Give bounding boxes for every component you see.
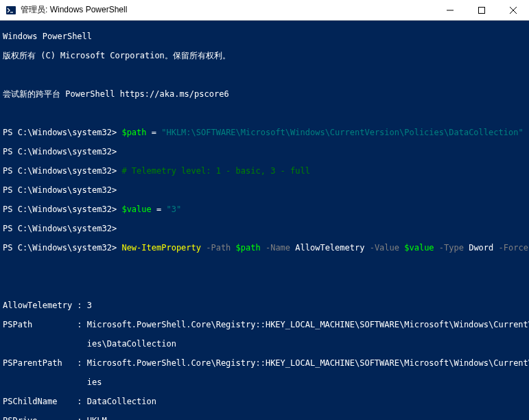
close-button[interactable] (497, 0, 529, 21)
minimize-button[interactable] (434, 0, 466, 21)
output-line: PSParentPath : Microsoft.PowerShell.Core… (3, 358, 526, 368)
svg-rect-0 (6, 6, 16, 14)
command-line-1: PS C:\Windows\system32> $path = "HKLM:\S… (3, 128, 526, 137)
powershell-icon (5, 5, 16, 16)
output-line: ies\DataCollection (3, 339, 526, 349)
window-title: 管理员: Windows PowerShell (21, 4, 434, 16)
copyright-line: 版权所有 (C) Microsoft Corporation。保留所有权利。 (3, 51, 526, 60)
svg-rect-2 (479, 7, 485, 13)
maximize-button[interactable] (466, 0, 497, 21)
command-line-4: PS C:\Windows\system32> New-ItemProperty… (3, 243, 526, 253)
command-line-2: PS C:\Windows\system32> # Telemetry leve… (3, 166, 526, 176)
terminal-content[interactable]: Windows PowerShell 版权所有 (C) Microsoft Co… (0, 21, 529, 420)
window-controls (434, 0, 529, 21)
prompt-line: PS C:\Windows\system32> (3, 224, 526, 233)
output-line: PSPath : Microsoft.PowerShell.Core\Regis… (3, 320, 526, 329)
output-line: PSChildName : DataCollection (3, 397, 526, 406)
command-line-3: PS C:\Windows\system32> $value = "3" (3, 205, 526, 214)
prompt-line: PS C:\Windows\system32> (3, 185, 526, 195)
window-titlebar: 管理员: Windows PowerShell (0, 0, 529, 21)
header-line: Windows PowerShell (3, 32, 526, 41)
pscore-line: 尝试新的跨平台 PowerShell https://aka.ms/pscore… (3, 89, 526, 99)
prompt-line: PS C:\Windows\system32> (3, 147, 526, 156)
output-line: ies (3, 377, 526, 387)
output-line: AllowTelemetry : 3 (3, 301, 526, 310)
output-line: PSDrive : HKLM (3, 416, 526, 420)
